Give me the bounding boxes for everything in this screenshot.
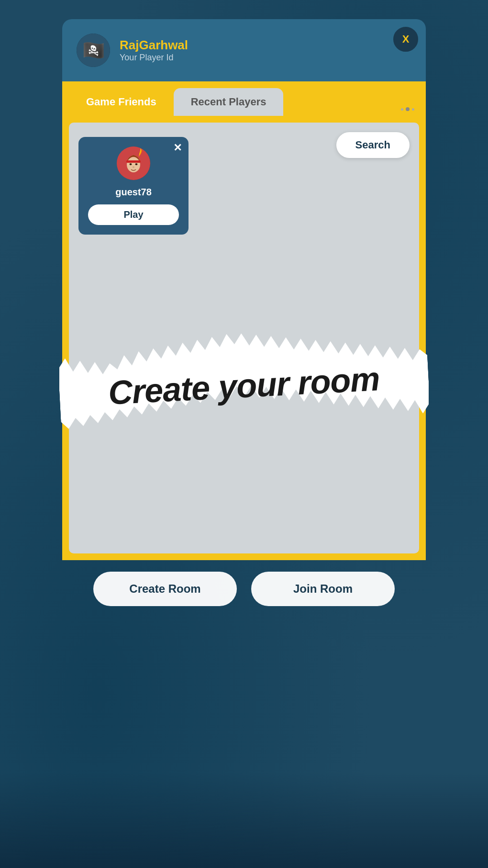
torn-paper-banner: Create your room bbox=[59, 333, 429, 439]
svg-point-4 bbox=[135, 163, 138, 165]
svg-point-3 bbox=[130, 163, 132, 165]
svg-rect-2 bbox=[126, 160, 141, 163]
avatar-svg bbox=[117, 147, 150, 180]
username-label: RajGarhwal bbox=[120, 38, 188, 53]
join-room-button[interactable]: Join Room bbox=[251, 572, 395, 606]
player-card: ✕ bbox=[78, 137, 189, 235]
dot1 bbox=[401, 108, 403, 111]
background-art bbox=[0, 772, 488, 868]
play-button[interactable]: Play bbox=[88, 204, 179, 225]
tabs-row: Game Friends Recent Players bbox=[62, 81, 426, 116]
content-inner: Search ✕ bbox=[69, 123, 419, 553]
header-text: RajGarhwal Your Player Id bbox=[120, 38, 188, 63]
header-panel: 🏴‍☠️ RajGarhwal Your Player Id X bbox=[62, 19, 426, 81]
search-button[interactable]: Search bbox=[336, 132, 410, 158]
player-avatar: 🏴‍☠️ bbox=[77, 34, 110, 67]
svg-point-1 bbox=[127, 157, 140, 172]
svg-point-5 bbox=[133, 167, 134, 168]
bottom-bar: Create Room Join Room bbox=[62, 560, 426, 618]
main-container: 🏴‍☠️ RajGarhwal Your Player Id X Game Fr… bbox=[62, 19, 426, 618]
card-close-button[interactable]: ✕ bbox=[173, 142, 182, 154]
create-room-button[interactable]: Create Room bbox=[93, 572, 237, 606]
tab-game-friends[interactable]: Game Friends bbox=[69, 88, 174, 116]
dot3 bbox=[412, 108, 414, 111]
tab-recent-players[interactable]: Recent Players bbox=[174, 88, 284, 116]
avatar-image: 🏴‍☠️ bbox=[77, 34, 110, 67]
dot2 bbox=[406, 107, 410, 111]
content-area: Search ✕ bbox=[62, 116, 426, 560]
close-button[interactable]: X bbox=[393, 27, 418, 52]
player-id-label: Your Player Id bbox=[120, 53, 188, 63]
player-card-avatar bbox=[117, 147, 150, 180]
more-options-icon bbox=[401, 107, 419, 116]
player-card-username: guest78 bbox=[115, 187, 152, 198]
